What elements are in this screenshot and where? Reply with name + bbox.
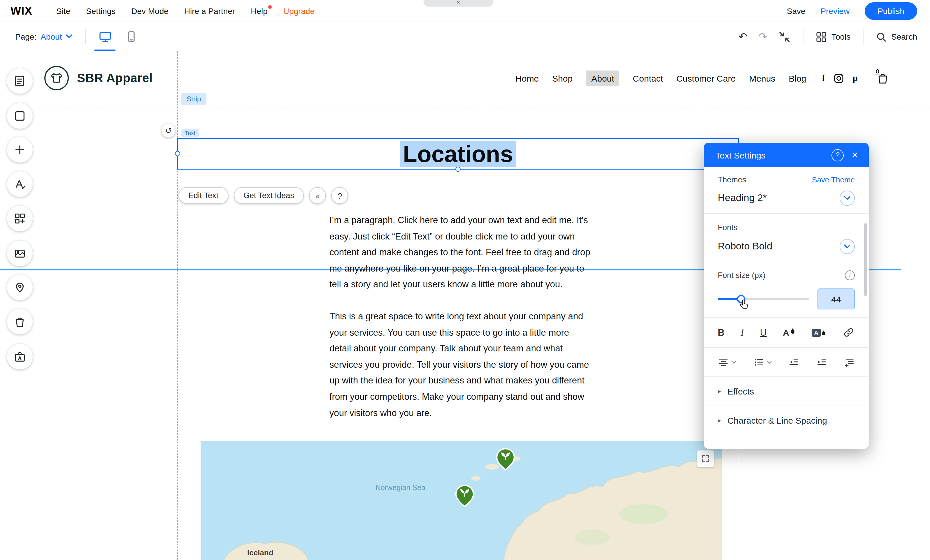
font-size-input[interactable] (818, 288, 855, 310)
text-tag[interactable]: Text (181, 129, 199, 137)
edit-text-button[interactable]: Edit Text (179, 187, 228, 204)
search-icon (876, 31, 887, 42)
panel-header[interactable]: Text Settings ? ✕ (704, 143, 869, 167)
nav-about[interactable]: About (586, 70, 619, 86)
instagram-icon[interactable] (834, 73, 844, 83)
undo-icon[interactable]: ↶ (739, 31, 747, 42)
site-brand[interactable]: SBR Apparel (77, 71, 153, 85)
cart-count: 0 (875, 68, 880, 75)
list-style-button[interactable] (753, 357, 772, 368)
text-align-button[interactable] (718, 357, 736, 368)
letter-a-pen-icon (14, 178, 26, 190)
store-button[interactable] (7, 309, 33, 334)
media-button[interactable] (7, 241, 33, 266)
site-design-button[interactable] (7, 171, 33, 197)
bold-button[interactable]: B (718, 327, 724, 338)
menu-site[interactable]: Site (56, 6, 70, 15)
close-icon[interactable]: ✕ (456, 1, 460, 5)
spacing-label: Character & Line Spacing (727, 416, 827, 425)
wix-logo[interactable]: WIX (11, 5, 32, 17)
exit-fullscreen-icon[interactable] (778, 31, 791, 43)
theme-value: Heading 2* (718, 192, 767, 204)
location-button[interactable] (7, 275, 33, 300)
tshirt-icon (49, 71, 63, 85)
get-text-ideas-button[interactable]: Get Text Ideas (234, 187, 304, 204)
font-dropdown-button[interactable] (840, 239, 855, 254)
preview-button[interactable]: Preview (821, 6, 850, 15)
app-market-button[interactable] (7, 206, 33, 231)
page-selector[interactable]: Page: About (15, 32, 72, 41)
info-icon[interactable]: i (845, 270, 855, 280)
page-heading[interactable]: Locations (400, 141, 516, 167)
menu-settings[interactable]: Settings (86, 6, 115, 15)
nav-shop[interactable]: Shop (552, 73, 573, 83)
redo-icon[interactable]: ↷ (759, 31, 767, 42)
font-value: Roboto Bold (718, 241, 772, 252)
add-elements-button[interactable] (7, 137, 33, 163)
font-size-label: Font size (px) (718, 271, 765, 280)
outdent-button[interactable] (788, 357, 799, 368)
rotate-handle[interactable]: ↺ (162, 124, 176, 138)
help-button[interactable]: ? (331, 187, 348, 204)
save-theme-link[interactable]: Save Theme (812, 175, 855, 184)
save-button[interactable]: Save (787, 6, 805, 15)
panel-close-icon[interactable]: ✕ (849, 149, 861, 161)
theme-dropdown-button[interactable] (840, 190, 855, 206)
panel-scrollbar[interactable] (864, 223, 867, 296)
desktop-view-button[interactable] (99, 30, 112, 43)
nav-customer-care[interactable]: Customer Care (676, 73, 736, 83)
font-color-button[interactable]: A (783, 327, 795, 338)
cart-button[interactable]: 0 (876, 71, 890, 85)
text-direction-button[interactable] (844, 357, 855, 368)
underline-button[interactable]: U (760, 327, 767, 338)
business-tools-button[interactable] (7, 344, 33, 370)
menu-dev-mode[interactable]: Dev Mode (131, 6, 168, 15)
caret-right-icon: ▸ (718, 417, 721, 424)
font-size-section: Font size (px) i (704, 262, 869, 317)
page-background-button[interactable] (7, 103, 33, 129)
outdent-icon (788, 357, 799, 368)
nav-home[interactable]: Home (516, 73, 539, 83)
plus-icon (14, 143, 26, 156)
resize-handle-left[interactable] (175, 151, 180, 156)
highlight-color-button[interactable]: A (811, 327, 826, 338)
locations-map[interactable]: Norwegian Sea Iceland (200, 441, 722, 560)
spacing-accordion[interactable]: ▸ Character & Line Spacing (704, 406, 869, 435)
strip-tag[interactable]: Strip (181, 93, 206, 105)
collapse-actions-button[interactable]: « (309, 187, 326, 204)
panel-help-icon[interactable]: ? (832, 149, 844, 161)
nav-blog[interactable]: Blog (788, 73, 806, 83)
site-nav: Home Shop About Contact Customer Care Me… (516, 70, 806, 86)
chevron-down-icon (844, 244, 851, 249)
pinterest-icon[interactable]: p (853, 73, 858, 83)
indent-button[interactable] (816, 357, 827, 368)
publish-button[interactable]: Publish (865, 2, 917, 20)
map-fullscreen-button[interactable] (698, 450, 714, 467)
menu-help[interactable]: Help (251, 6, 268, 15)
chevron-down-icon (767, 361, 772, 364)
page-guide-left (177, 51, 178, 560)
mobile-view-button[interactable] (125, 30, 138, 43)
site-header: SBR Apparel Home Shop About Contact Cust… (44, 61, 890, 95)
selected-text-element[interactable]: Locations (177, 138, 739, 170)
link-button[interactable] (842, 326, 855, 339)
resize-handle-bottom[interactable] (455, 167, 460, 172)
search-label: Search (891, 32, 917, 41)
body-text[interactable]: I’m a paragraph. Click here to add your … (330, 212, 593, 421)
text-settings-panel: Text Settings ? ✕ Themes Save Theme Head… (704, 143, 869, 449)
top-center-tab[interactable]: ✕ (424, 0, 493, 6)
menus-pages-button[interactable] (7, 68, 33, 94)
tools-button[interactable]: Tools (816, 31, 850, 42)
nav-menus[interactable]: Menus (749, 73, 775, 83)
nav-contact[interactable]: Contact (633, 73, 663, 83)
menu-hire-a-partner[interactable]: Hire a Partner (184, 6, 235, 15)
menu-upgrade[interactable]: Upgrade (283, 6, 314, 15)
strip-dashed-boundary (0, 108, 930, 108)
search-button[interactable]: Search (876, 31, 917, 42)
effects-accordion[interactable]: ▸ Effects (704, 377, 869, 406)
font-size-slider[interactable] (718, 298, 809, 300)
italic-button[interactable]: I (741, 327, 744, 338)
facebook-icon[interactable]: f (822, 73, 825, 83)
site-logo[interactable] (44, 66, 69, 91)
paragraph-1: I’m a paragraph. Click here to add your … (330, 212, 593, 293)
